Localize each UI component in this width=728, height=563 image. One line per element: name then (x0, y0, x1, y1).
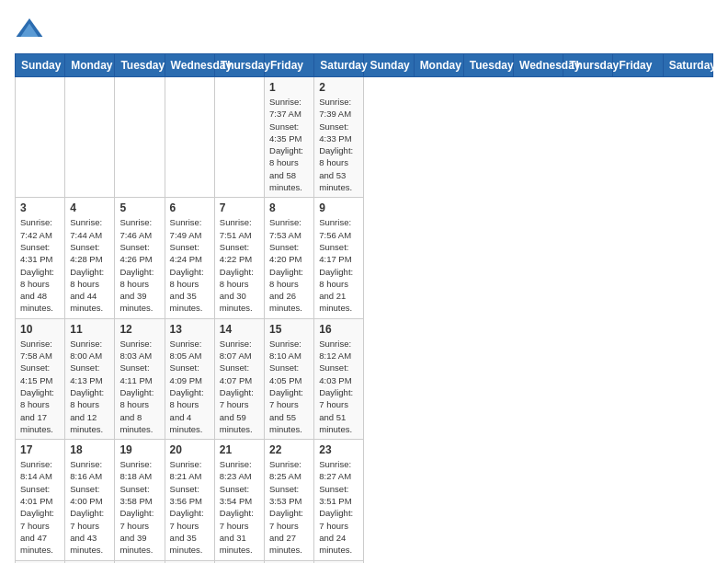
day-number: 12 (119, 323, 159, 336)
day-info: Sunrise: 7:46 AM Sunset: 4:26 PM Dayligh… (119, 216, 159, 314)
header-sunday: Sunday (364, 54, 414, 77)
day-info: Sunrise: 8:12 AM Sunset: 4:03 PM Dayligh… (319, 338, 358, 435)
calendar-cell: 15Sunrise: 8:10 AM Sunset: 4:05 PM Dayli… (265, 318, 314, 439)
calendar-cell: 4Sunrise: 7:44 AM Sunset: 4:28 PM Daylig… (65, 198, 115, 318)
calendar-cell: 17Sunrise: 8:14 AM Sunset: 4:01 PM Dayli… (16, 440, 65, 560)
day-info: Sunrise: 8:27 AM Sunset: 3:51 PM Dayligh… (319, 458, 358, 556)
header-wednesday: Wednesday (514, 54, 563, 77)
header-saturday: Saturday (663, 54, 712, 77)
calendar-header-row: SundayMondayTuesdayWednesdayThursdayFrid… (16, 54, 713, 77)
day-number: 7 (220, 201, 259, 214)
day-number: 5 (119, 201, 159, 214)
calendar-cell (115, 77, 165, 198)
day-number: 2 (319, 81, 358, 94)
calendar-cell: 5Sunrise: 7:46 AM Sunset: 4:26 PM Daylig… (115, 198, 165, 318)
calendar-cell (214, 77, 264, 198)
calendar-cell: 2Sunrise: 7:39 AM Sunset: 4:33 PM Daylig… (314, 77, 364, 198)
calendar-cell: 14Sunrise: 8:07 AM Sunset: 4:07 PM Dayli… (214, 318, 264, 439)
header-day-tuesday: Tuesday (115, 54, 165, 77)
logo (15, 15, 48, 44)
calendar-cell: 13Sunrise: 8:05 AM Sunset: 4:09 PM Dayli… (165, 318, 214, 439)
day-info: Sunrise: 8:03 AM Sunset: 4:11 PM Dayligh… (119, 338, 159, 435)
header-tuesday: Tuesday (463, 54, 513, 77)
day-number: 13 (170, 323, 210, 336)
day-info: Sunrise: 8:23 AM Sunset: 3:54 PM Dayligh… (220, 458, 259, 556)
header-day-thursday: Thursday (214, 54, 264, 77)
day-number: 1 (269, 81, 309, 94)
calendar-cell (165, 77, 214, 198)
calendar-cell: 11Sunrise: 8:00 AM Sunset: 4:13 PM Dayli… (65, 318, 115, 439)
calendar-cell: 12Sunrise: 8:03 AM Sunset: 4:11 PM Dayli… (115, 318, 165, 439)
header-day-saturday: Saturday (314, 54, 364, 77)
day-info: Sunrise: 8:16 AM Sunset: 4:00 PM Dayligh… (70, 458, 109, 556)
header-thursday: Thursday (563, 54, 613, 77)
day-number: 23 (319, 443, 358, 456)
calendar-cell: 21Sunrise: 8:23 AM Sunset: 3:54 PM Dayli… (214, 440, 264, 560)
day-info: Sunrise: 8:07 AM Sunset: 4:07 PM Dayligh… (220, 338, 259, 435)
day-info: Sunrise: 7:44 AM Sunset: 4:28 PM Dayligh… (70, 216, 109, 314)
day-info: Sunrise: 8:05 AM Sunset: 4:09 PM Dayligh… (170, 338, 210, 435)
day-info: Sunrise: 8:21 AM Sunset: 3:56 PM Dayligh… (170, 458, 210, 556)
calendar-cell (65, 77, 115, 198)
day-number: 4 (70, 201, 109, 214)
header-day-sunday: Sunday (16, 54, 65, 77)
day-number: 11 (70, 323, 109, 336)
calendar-week-2: 3Sunrise: 7:42 AM Sunset: 4:31 PM Daylig… (16, 198, 713, 318)
day-info: Sunrise: 7:49 AM Sunset: 4:24 PM Dayligh… (170, 216, 210, 314)
day-info: Sunrise: 8:25 AM Sunset: 3:53 PM Dayligh… (269, 458, 309, 556)
calendar-cell: 9Sunrise: 7:56 AM Sunset: 4:17 PM Daylig… (314, 198, 364, 318)
day-number: 15 (269, 323, 309, 336)
day-info: Sunrise: 7:51 AM Sunset: 4:22 PM Dayligh… (220, 216, 259, 314)
day-number: 17 (20, 443, 60, 456)
day-info: Sunrise: 7:37 AM Sunset: 4:35 PM Dayligh… (269, 96, 309, 193)
day-info: Sunrise: 8:10 AM Sunset: 4:05 PM Dayligh… (269, 338, 309, 435)
calendar-cell: 23Sunrise: 8:27 AM Sunset: 3:51 PM Dayli… (314, 440, 364, 560)
calendar-cell: 20Sunrise: 8:21 AM Sunset: 3:56 PM Dayli… (165, 440, 214, 560)
day-number: 9 (319, 201, 358, 214)
calendar-table: SundayMondayTuesdayWednesdayThursdayFrid… (15, 53, 713, 563)
calendar-week-4: 17Sunrise: 8:14 AM Sunset: 4:01 PM Dayli… (16, 440, 713, 560)
day-info: Sunrise: 7:42 AM Sunset: 4:31 PM Dayligh… (20, 216, 60, 314)
day-number: 16 (319, 323, 358, 336)
calendar-cell: 19Sunrise: 8:18 AM Sunset: 3:58 PM Dayli… (115, 440, 165, 560)
day-number: 20 (170, 443, 210, 456)
day-info: Sunrise: 7:56 AM Sunset: 4:17 PM Dayligh… (319, 216, 358, 314)
calendar-cell (16, 77, 65, 198)
page-header (15, 15, 713, 44)
day-number: 18 (70, 443, 109, 456)
day-number: 21 (220, 443, 259, 456)
day-info: Sunrise: 8:00 AM Sunset: 4:13 PM Dayligh… (70, 338, 109, 435)
day-number: 3 (20, 201, 60, 214)
calendar-cell: 6Sunrise: 7:49 AM Sunset: 4:24 PM Daylig… (165, 198, 214, 318)
header-friday: Friday (613, 54, 663, 77)
day-info: Sunrise: 7:53 AM Sunset: 4:20 PM Dayligh… (269, 216, 309, 314)
header-monday: Monday (414, 54, 463, 77)
calendar-week-3: 10Sunrise: 7:58 AM Sunset: 4:15 PM Dayli… (16, 318, 713, 439)
calendar-week-1: 1Sunrise: 7:37 AM Sunset: 4:35 PM Daylig… (16, 77, 713, 198)
calendar-cell: 10Sunrise: 7:58 AM Sunset: 4:15 PM Dayli… (16, 318, 65, 439)
calendar-cell: 8Sunrise: 7:53 AM Sunset: 4:20 PM Daylig… (265, 198, 314, 318)
calendar-cell: 3Sunrise: 7:42 AM Sunset: 4:31 PM Daylig… (16, 198, 65, 318)
day-info: Sunrise: 7:58 AM Sunset: 4:15 PM Dayligh… (20, 338, 60, 435)
day-number: 8 (269, 201, 309, 214)
calendar-cell: 16Sunrise: 8:12 AM Sunset: 4:03 PM Dayli… (314, 318, 364, 439)
day-number: 6 (170, 201, 210, 214)
logo-icon (15, 15, 44, 44)
calendar-cell: 18Sunrise: 8:16 AM Sunset: 4:00 PM Dayli… (65, 440, 115, 560)
day-info: Sunrise: 7:39 AM Sunset: 4:33 PM Dayligh… (319, 96, 358, 193)
day-number: 10 (20, 323, 60, 336)
calendar-cell: 7Sunrise: 7:51 AM Sunset: 4:22 PM Daylig… (214, 198, 264, 318)
calendar-cell: 22Sunrise: 8:25 AM Sunset: 3:53 PM Dayli… (265, 440, 314, 560)
header-day-monday: Monday (65, 54, 115, 77)
calendar-cell: 1Sunrise: 7:37 AM Sunset: 4:35 PM Daylig… (265, 77, 314, 198)
day-info: Sunrise: 8:14 AM Sunset: 4:01 PM Dayligh… (20, 458, 60, 556)
day-info: Sunrise: 8:18 AM Sunset: 3:58 PM Dayligh… (119, 458, 159, 556)
day-number: 22 (269, 443, 309, 456)
header-day-friday: Friday (265, 54, 314, 77)
header-day-wednesday: Wednesday (165, 54, 214, 77)
day-number: 19 (119, 443, 159, 456)
day-number: 14 (220, 323, 259, 336)
